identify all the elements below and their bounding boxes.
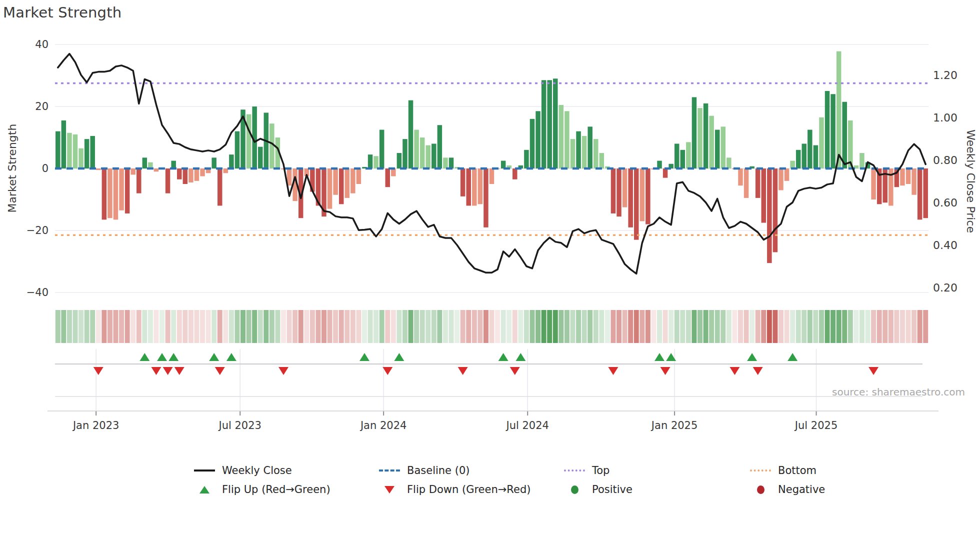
heatmap-cell bbox=[605, 310, 610, 343]
strength-bar bbox=[460, 168, 465, 196]
heatmap-cell bbox=[119, 310, 124, 343]
flip-down-marker bbox=[868, 367, 878, 375]
heatmap-cell bbox=[610, 310, 616, 343]
strength-bar bbox=[484, 168, 488, 228]
heatmap-cell bbox=[391, 310, 396, 343]
heatmap-cell bbox=[692, 310, 696, 343]
strength-bar bbox=[622, 168, 627, 208]
strength-bar bbox=[108, 168, 112, 218]
heatmap-cell bbox=[408, 310, 414, 343]
weekly-close-line-icon bbox=[194, 470, 215, 472]
heatmap-cell bbox=[402, 310, 408, 343]
legend-item-flip-down: Flip Down (Green→Red) bbox=[379, 483, 530, 496]
heatmap-cell bbox=[715, 310, 720, 343]
left-y-tick-label: 20 bbox=[35, 100, 48, 112]
heatmap-cell bbox=[96, 310, 101, 343]
heatmap-cell bbox=[564, 310, 570, 343]
heatmap-cell bbox=[130, 310, 136, 343]
legend-item-baseline: Baseline (0) bbox=[379, 464, 470, 477]
strength-bar bbox=[78, 148, 83, 168]
heatmap-cell bbox=[819, 310, 824, 343]
legend-label: Flip Down (Green→Red) bbox=[407, 484, 530, 496]
heatmap-cell bbox=[368, 310, 373, 343]
strength-bar bbox=[350, 168, 355, 194]
weekly-close-line bbox=[58, 54, 926, 274]
strength-bar bbox=[594, 139, 598, 168]
strength-bar bbox=[553, 78, 558, 168]
heatmap-cell bbox=[454, 310, 460, 343]
heatmap-cell bbox=[362, 310, 367, 343]
heatmap-cell bbox=[547, 310, 552, 343]
strength-bar bbox=[438, 125, 442, 168]
heatmap-cell bbox=[761, 310, 766, 343]
strength-bar bbox=[386, 168, 390, 187]
legend-label: Negative bbox=[778, 484, 825, 496]
heatmap-cell bbox=[322, 310, 326, 343]
heatmap-cell bbox=[432, 310, 436, 343]
strength-bar bbox=[391, 168, 396, 176]
heatmap-cell bbox=[726, 310, 732, 343]
heatmap-cell bbox=[200, 310, 205, 343]
strength-bar bbox=[136, 168, 141, 194]
strength-bar bbox=[426, 146, 430, 169]
heatmap-cell bbox=[790, 310, 795, 343]
strength-bar bbox=[235, 132, 240, 168]
flip-up-marker bbox=[516, 353, 526, 361]
heatmap-cell bbox=[344, 310, 350, 343]
strength-bar bbox=[576, 132, 580, 168]
heatmap-cell bbox=[854, 310, 858, 343]
strength-bar bbox=[692, 97, 696, 168]
strength-bar bbox=[125, 168, 130, 214]
source-attribution: source: sharemaestro.com bbox=[665, 386, 965, 398]
strength-bar bbox=[814, 146, 818, 169]
flip-down-marker bbox=[278, 367, 288, 375]
strength-bar bbox=[478, 168, 482, 204]
heatmap-cell bbox=[750, 310, 754, 343]
strength-bar bbox=[784, 168, 789, 181]
heatmap-cell bbox=[582, 310, 587, 343]
right-y-tick-label: 1.00 bbox=[933, 112, 958, 124]
heatmap-cell bbox=[813, 310, 818, 343]
flip-down-marker bbox=[510, 367, 520, 375]
strength-bar bbox=[918, 168, 922, 220]
heatmap-cell bbox=[524, 310, 529, 343]
heatmap-cell bbox=[350, 310, 356, 343]
positive-dot-icon bbox=[564, 486, 585, 494]
strength-bar bbox=[588, 126, 592, 168]
strength-bar bbox=[194, 168, 199, 181]
heatmap-cell bbox=[877, 310, 882, 343]
strength-bar bbox=[212, 158, 216, 168]
heatmap-cell bbox=[90, 310, 95, 343]
flip-up-marker bbox=[157, 353, 167, 361]
flip-up-triangle-icon bbox=[194, 486, 215, 494]
strength-bar bbox=[356, 168, 361, 184]
strength-bar bbox=[686, 142, 690, 168]
flip-down-marker bbox=[730, 367, 740, 375]
strength-bar bbox=[154, 168, 158, 172]
heatmap-cell bbox=[484, 310, 488, 343]
heatmap-cell bbox=[594, 310, 598, 343]
heatmap-cell bbox=[292, 310, 298, 343]
strength-bar bbox=[374, 156, 378, 168]
heatmap-cell bbox=[709, 310, 714, 343]
strength-bar bbox=[258, 147, 262, 168]
flip-down-marker bbox=[215, 367, 225, 375]
strength-bar bbox=[616, 168, 621, 216]
strength-bar bbox=[177, 168, 182, 180]
right-y-tick-label: 0.60 bbox=[933, 196, 958, 209]
strength-bar bbox=[674, 144, 679, 168]
strength-bar bbox=[634, 168, 638, 240]
heatmap-cell bbox=[177, 310, 182, 343]
strength-bar bbox=[246, 114, 251, 169]
strength-bar bbox=[680, 150, 685, 168]
strength-bar bbox=[530, 119, 534, 168]
strength-bar bbox=[778, 168, 783, 190]
market-strength-dashboard: Market Strength Market Strength Weekly C… bbox=[0, 0, 980, 551]
strength-bar bbox=[790, 161, 794, 169]
strength-bar bbox=[490, 168, 494, 184]
heatmap-cell bbox=[842, 310, 847, 343]
heatmap-cell bbox=[657, 310, 662, 343]
legend-item-positive: Positive bbox=[564, 483, 632, 496]
left-y-tick-label: 0 bbox=[42, 162, 48, 174]
heatmap-cell bbox=[640, 310, 644, 343]
